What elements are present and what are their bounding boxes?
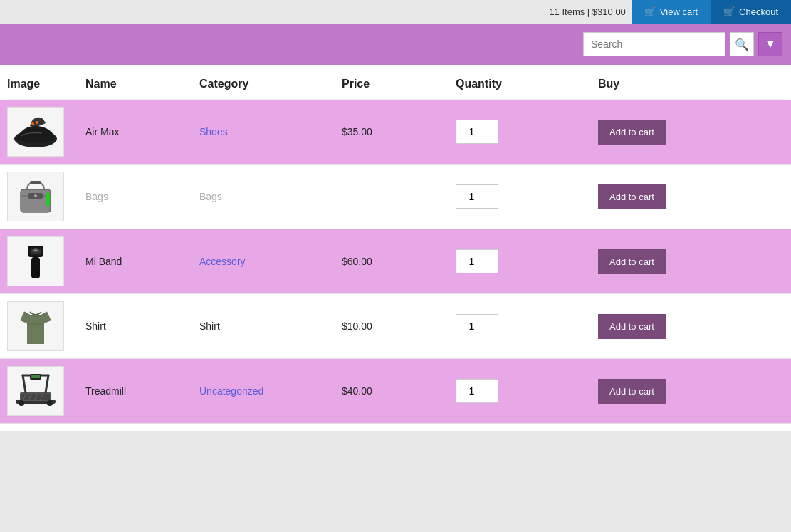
product-name: Mi Band (85, 256, 199, 267)
product-name: Shirt (85, 320, 199, 332)
product-quantity[interactable] (456, 379, 598, 403)
add-to-cart-button[interactable]: Add to cart (598, 120, 666, 145)
product-image-bags (7, 172, 64, 221)
product-price: $60.00 (342, 256, 456, 267)
quantity-input[interactable] (456, 184, 498, 209)
svg-rect-8 (46, 193, 50, 206)
treadmill-svg (10, 370, 61, 412)
search-icon: 🔍 (735, 38, 749, 51)
product-buy[interactable]: Add to cart (598, 314, 712, 339)
product-category[interactable]: Uncategorized (199, 385, 342, 397)
svg-rect-4 (30, 181, 41, 184)
quantity-input[interactable] (456, 314, 498, 338)
col-image: Image (7, 78, 85, 90)
quantity-input[interactable] (456, 249, 498, 273)
product-image-shirt (7, 301, 64, 351)
shoe-svg (10, 110, 61, 153)
product-price: $35.00 (342, 126, 456, 137)
product-name: Bags (85, 191, 199, 202)
product-image-miband (7, 236, 64, 286)
product-quantity[interactable] (456, 120, 598, 144)
table-row: Bags Bags Add to cart (0, 165, 791, 229)
cart-icon: 🛒 (644, 6, 656, 17)
product-image-treadmill (7, 366, 64, 416)
checkout-icon: 🛒 (723, 6, 735, 17)
table-row: Shirt Shirt $10.00 Add to cart (0, 294, 791, 359)
add-to-cart-button[interactable]: Add to cart (598, 184, 666, 209)
header: 🔍 ▼ (0, 24, 791, 65)
col-category: Category (199, 78, 342, 90)
checkout-button[interactable]: 🛒 Checkout (711, 0, 791, 24)
band-svg (10, 240, 61, 283)
product-name: Air Max (85, 126, 199, 137)
add-to-cart-button[interactable]: Add to cart (598, 379, 666, 404)
col-price: Price (342, 78, 456, 90)
product-category[interactable]: Accessory (199, 256, 342, 267)
search-button[interactable]: 🔍 (730, 32, 754, 56)
svg-rect-15 (27, 323, 44, 325)
product-category: Bags (199, 191, 342, 202)
product-quantity[interactable] (456, 249, 598, 273)
table-row: Mi Band Accessory $60.00 Add to cart (0, 229, 791, 294)
product-table: Image Name Category Price Quantity Buy A… (0, 65, 791, 431)
quantity-input[interactable] (456, 120, 498, 144)
product-price: $10.00 (342, 320, 456, 332)
product-category[interactable]: Shoes (199, 126, 342, 137)
product-price: $40.00 (342, 385, 456, 397)
product-quantity[interactable] (456, 184, 598, 209)
svg-line-20 (46, 375, 48, 392)
svg-point-24 (19, 400, 24, 406)
cart-info: 11 Items | $310.00 (549, 6, 625, 17)
bag-svg (10, 175, 61, 218)
filter-button[interactable]: ▼ (758, 32, 782, 56)
svg-point-1 (31, 122, 34, 125)
view-cart-button[interactable]: 🛒 View cart (632, 0, 711, 24)
col-buy: Buy (598, 78, 712, 90)
table-row: Treadmill Uncategorized $40.00 Add to ca… (0, 359, 791, 424)
search-input[interactable] (583, 32, 725, 56)
chevron-down-icon: ▼ (765, 38, 776, 51)
svg-rect-23 (31, 375, 40, 378)
product-category: Shirt (199, 320, 342, 332)
add-to-cart-button[interactable]: Add to cart (598, 314, 666, 339)
svg-point-25 (47, 400, 53, 406)
svg-point-7 (34, 194, 37, 197)
quantity-input[interactable] (456, 379, 498, 403)
product-name: Treadmill (85, 385, 199, 397)
svg-line-19 (23, 375, 26, 392)
add-to-cart-button[interactable]: Add to cart (598, 249, 666, 274)
table-row: Air Max Shoes $35.00 Add to cart (0, 100, 791, 165)
col-quantity: Quantity (456, 78, 598, 90)
svg-rect-14 (33, 250, 38, 251)
top-bar: 11 Items | $310.00 🛒 View cart 🛒 Checkou… (0, 0, 791, 24)
product-quantity[interactable] (456, 314, 598, 338)
col-name: Name (85, 78, 199, 90)
svg-point-2 (36, 121, 38, 124)
product-buy[interactable]: Add to cart (598, 120, 712, 145)
product-image-airmax (7, 107, 64, 157)
svg-rect-12 (31, 257, 40, 278)
table-header: Image Name Category Price Quantity Buy (7, 65, 784, 100)
product-buy[interactable]: Add to cart (598, 184, 712, 209)
shirt-svg (10, 305, 61, 348)
product-buy[interactable]: Add to cart (598, 379, 712, 404)
product-buy[interactable]: Add to cart (598, 249, 712, 274)
